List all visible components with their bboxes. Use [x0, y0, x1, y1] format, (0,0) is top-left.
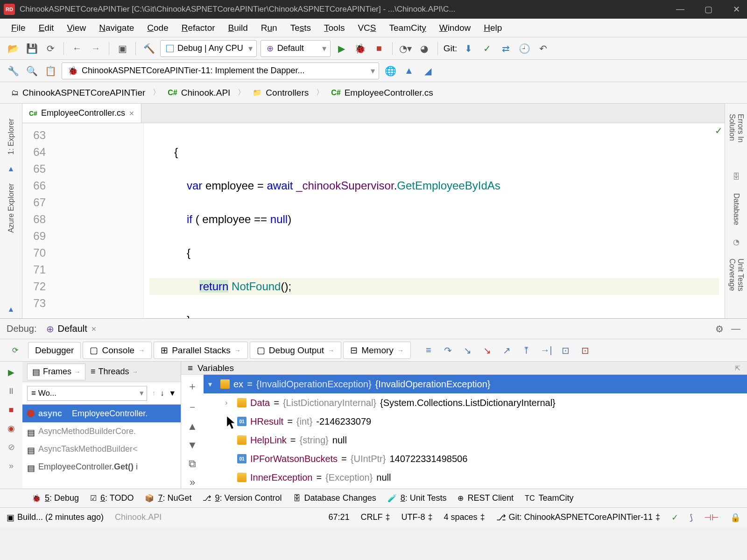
stop-icon[interactable]: ■ [372, 41, 387, 56]
add-watch-icon[interactable]: ＋ [187, 379, 197, 393]
forward-icon[interactable]: → [88, 41, 103, 56]
git-compare-icon[interactable]: ⇄ [498, 41, 513, 56]
tab-coverage[interactable]: Unit Tests Coverage [728, 259, 745, 313]
gear-icon[interactable]: ⚙ [715, 323, 724, 335]
menu-tools[interactable]: Tools [317, 21, 351, 35]
build-config-dropdown[interactable]: Debug | Any CPU [160, 40, 257, 57]
close-button[interactable]: ✕ [729, 4, 743, 14]
azure-deploy-icon[interactable]: ◢ [420, 63, 435, 78]
build-solution-icon[interactable]: ▣ [115, 41, 130, 56]
variable-row[interactable]: ▾ex = {InvalidOperationException} {Inval… [204, 375, 747, 393]
tab-threads[interactable]: ≡Threads→ [85, 364, 143, 380]
more-icon[interactable]: » [190, 476, 195, 489]
tool-unit-tests[interactable]: 🧪8: Unit Tests [388, 493, 447, 503]
step-out-icon[interactable]: ↗ [500, 344, 514, 357]
variable-row[interactable]: HelpLink = {string} null [204, 431, 747, 449]
tab-database[interactable]: Database [732, 193, 740, 225]
menu-help[interactable]: Help [477, 21, 508, 35]
menu-navigate[interactable]: Navigate [92, 21, 141, 35]
variable-row[interactable]: 01IPForWatsonBuckets = {UIntPtr} 1407223… [204, 449, 747, 468]
status-encoding[interactable]: UTF-8 ‡ [401, 512, 432, 522]
open-icon[interactable]: 📂 [6, 41, 21, 56]
force-step-into-icon[interactable]: ↘ [481, 344, 494, 357]
show-execution-point-icon[interactable]: ≡ [422, 344, 435, 357]
breadcrumb-folder[interactable]: 📁Controllers [247, 86, 314, 100]
pin-icon[interactable]: → [397, 347, 404, 354]
debug-config[interactable]: ⊕ Default ✕ [46, 323, 97, 335]
drop-frame-icon[interactable]: ⤒ [520, 344, 533, 357]
pin-icon[interactable]: → [328, 347, 334, 354]
step-into-icon[interactable]: ↘ [461, 344, 474, 357]
status-build[interactable]: ▣Build... (2 minutes ago) [7, 512, 104, 523]
tab-memory[interactable]: ⊟Memory→ [343, 342, 411, 359]
tab-parallel-stacks[interactable]: ⊞Parallel Stacks→ [154, 342, 248, 359]
remove-watch-icon[interactable]: － [187, 400, 197, 414]
menu-window[interactable]: Window [433, 21, 478, 35]
azure-icon[interactable]: ▲ [402, 63, 416, 78]
status-project[interactable]: Chinook.API [115, 512, 162, 522]
save-icon[interactable]: 💾 [24, 41, 39, 56]
pin-icon[interactable]: → [138, 347, 145, 354]
duplicate-icon[interactable]: ⧉ [189, 458, 196, 470]
frame-row[interactable]: async EmployeeController. [22, 405, 181, 422]
tool-teamcity[interactable]: TCTeamCity [525, 493, 573, 503]
resume-icon[interactable]: ▶ [4, 365, 18, 379]
tab-azure-explorer[interactable]: Azure Explorer [7, 183, 15, 233]
menu-view[interactable]: View [60, 21, 92, 35]
more-icon[interactable]: » [4, 459, 18, 473]
view-breakpoints-icon[interactable]: ◉ [4, 421, 18, 435]
git-update-icon[interactable]: ⬇ [461, 41, 476, 56]
up-icon[interactable]: ▲ [187, 420, 197, 433]
status-position[interactable]: 67:21 [328, 512, 349, 522]
menu-edit[interactable]: Edit [32, 21, 61, 35]
back-icon[interactable]: ← [70, 41, 85, 56]
run-icon[interactable]: ▶ [334, 41, 349, 56]
wrench-icon[interactable]: 🔧 [6, 63, 21, 78]
tool-todo[interactable]: ☑6: TODO [90, 493, 134, 503]
filter-icon[interactable]: ▼ [169, 389, 176, 398]
debug-icon[interactable]: 🐞 [353, 41, 368, 56]
menu-teamcity[interactable]: TeamCity [383, 21, 433, 35]
clipboard-icon[interactable]: 📋 [43, 63, 58, 78]
status-sync-icon[interactable]: ✓ [671, 512, 678, 523]
tab-debug-output[interactable]: ▢Debug Output→ [250, 342, 341, 359]
minimize-button[interactable]: — [673, 4, 687, 14]
git-history-icon[interactable]: 🕘 [517, 41, 532, 56]
menu-tests[interactable]: Tests [284, 21, 317, 35]
menu-file[interactable]: File [5, 21, 32, 35]
tab-debugger[interactable]: Debugger [28, 342, 81, 359]
refresh-icon[interactable]: ⟳ [43, 41, 58, 56]
status-error-icon[interactable]: ⊣⊢ [704, 512, 719, 523]
editor-gutter[interactable] [50, 123, 144, 318]
breadcrumb-solution[interactable]: 🗂ChinookASPNETCoreAPINTier [6, 86, 151, 100]
status-lock-icon[interactable]: 🔒 [730, 512, 740, 523]
status-eol[interactable]: CRLF ‡ [360, 512, 390, 522]
expand-icon[interactable]: › [225, 399, 233, 407]
editor-tab[interactable]: C# EmployeeController.cs ✕ [22, 104, 141, 123]
tool-rest[interactable]: ⊕REST Client [458, 493, 514, 503]
task-dropdown[interactable]: 🐞 ChinookASPNETCoreAPINTier-11: Implemen… [62, 63, 379, 79]
step-over-icon[interactable]: ↷ [442, 344, 455, 357]
code-editor[interactable]: 6364656667686970717273 { var employee = … [22, 123, 725, 318]
search-icon[interactable]: 🔍 [24, 63, 39, 78]
hammer-icon[interactable]: 🔨 [141, 41, 156, 56]
frames-list[interactable]: async EmployeeController. ▤AsyncMethodBu… [22, 405, 181, 489]
next-frame-icon[interactable]: ↓ [160, 389, 164, 398]
evaluate-icon[interactable]: ⊡ [559, 344, 572, 357]
thread-dropdown[interactable]: ≡ Wo... [27, 386, 147, 401]
down-icon[interactable]: ▼ [187, 439, 197, 451]
frame-row[interactable]: ▤EmployeeController.Get() i [22, 458, 181, 476]
stop-icon[interactable]: ■ [4, 403, 18, 417]
breadcrumb-file[interactable]: C#EmployeeController.cs [325, 86, 439, 100]
pin-icon[interactable]: → [74, 368, 80, 375]
pin-icon[interactable]: → [234, 347, 241, 354]
profile-icon[interactable]: ◕ [417, 41, 432, 56]
variable-row[interactable]: InnerException = {Exception} null [204, 468, 747, 487]
azure-bottom-icon[interactable]: ▲ [7, 305, 15, 314]
pin-icon[interactable]: → [132, 368, 138, 375]
tab-console[interactable]: ▢Console→ [83, 342, 152, 359]
menu-code[interactable]: Code [141, 21, 175, 35]
pause-icon[interactable]: ⏸ [4, 384, 18, 398]
menu-refactor[interactable]: Refactor [175, 21, 222, 35]
frame-row[interactable]: ▤AsyncTaskMethodBuilder< [22, 440, 181, 458]
